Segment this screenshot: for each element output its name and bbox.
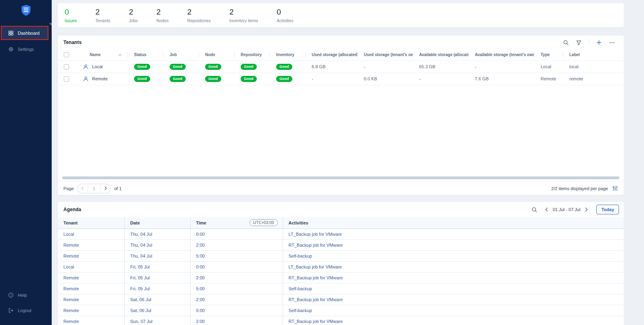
status-badge: Good xyxy=(170,76,186,82)
page-stepper: 1 xyxy=(77,184,111,193)
row-checkbox[interactable] xyxy=(64,64,69,69)
column-header-available-own[interactable]: Available storage (tenant's own) xyxy=(468,49,534,61)
tenants-panel: Tenants xyxy=(58,36,624,195)
agenda-activity-cell: Self-backup xyxy=(283,305,624,316)
sidebar-item-settings[interactable]: Settings xyxy=(0,43,52,56)
more-options-icon[interactable] xyxy=(609,40,615,46)
node-cell: Good xyxy=(199,61,234,73)
stat-repositories: 2 Repositories xyxy=(187,8,211,23)
column-header-job[interactable]: Job xyxy=(163,49,199,61)
per-page-settings-icon[interactable] xyxy=(612,185,618,191)
column-header-type[interactable]: Type xyxy=(534,49,563,61)
prev-page-button[interactable] xyxy=(78,184,88,193)
agenda-row[interactable]: Remote Thu, 04 Jul 5:00 Self-backup xyxy=(58,250,624,261)
tenant-name: Remote xyxy=(92,76,108,81)
column-header-node[interactable]: Node xyxy=(199,49,234,61)
select-all-checkbox[interactable] xyxy=(64,52,69,57)
next-page-button[interactable] xyxy=(101,184,111,193)
time-column-label: Time xyxy=(196,220,206,225)
agenda-row[interactable]: Remote Sun, 07 Jul 2:00 RT_Backup job fo… xyxy=(58,316,624,325)
next-week-button[interactable] xyxy=(584,207,589,212)
agenda-row[interactable]: Remote Fri, 05 Jul 5:00 Self-backup xyxy=(58,283,624,294)
agenda-row[interactable]: Remote Fri, 05 Jul 2:00 RT_Backup job fo… xyxy=(58,272,624,283)
agenda-time-cell: 5:00 xyxy=(190,250,283,261)
agenda-date-cell: Sat, 06 Jul xyxy=(124,294,190,305)
status-cell: Good xyxy=(128,61,163,73)
chevron-right-icon xyxy=(584,207,589,212)
agenda-column-date[interactable]: Date xyxy=(124,217,190,229)
column-header-used-allocated[interactable]: Used storage (allocated) xyxy=(305,49,357,61)
chevron-right-icon xyxy=(103,186,108,191)
tenant-name-cell: Local xyxy=(77,61,128,73)
column-header-status[interactable]: Status xyxy=(128,49,163,61)
current-page-field[interactable]: 1 xyxy=(88,184,101,193)
available-allocated-cell: - xyxy=(413,73,468,85)
tenant-row-remote[interactable]: Remote Good Good Good Good Good - 0.0 KB… xyxy=(58,73,624,85)
agenda-date-cell: Fri, 05 Jul xyxy=(124,272,190,283)
agenda-row[interactable]: Remote Sat, 06 Jul 5:00 Self-backup xyxy=(58,305,624,316)
agenda-time-cell: 0:00 xyxy=(190,261,283,272)
previous-week-button[interactable] xyxy=(544,207,549,212)
stat-value: 2 xyxy=(156,8,168,16)
label-cell: local xyxy=(563,61,624,73)
used-own-cell: - xyxy=(357,61,413,73)
agenda-tenant-cell: Remote xyxy=(58,272,124,283)
agenda-row[interactable]: Remote Thu, 04 Jul 2:00 RT_Backup job fo… xyxy=(58,239,624,250)
agenda-search-icon[interactable] xyxy=(531,207,537,213)
stat-value: 2 xyxy=(187,8,211,16)
row-select-cell xyxy=(58,73,77,85)
stat-label: Activities xyxy=(277,19,293,23)
filter-icon[interactable] xyxy=(576,40,582,46)
column-header-repository[interactable]: Repository xyxy=(234,49,270,61)
tenants-header-row: Name Status Job Node Repository Inventor… xyxy=(58,49,624,61)
column-header-label[interactable]: Label xyxy=(563,49,624,61)
gear-icon xyxy=(8,46,14,52)
sidebar-collapse-handle[interactable] xyxy=(49,23,52,26)
agenda-column-activities[interactable]: Activities xyxy=(283,217,624,229)
available-own-cell: 7.6 GB xyxy=(468,73,534,85)
agenda-date-range: 01 Jul - 07 Jul xyxy=(553,207,580,212)
stat-label: Nodes xyxy=(156,19,168,23)
tenant-person-icon xyxy=(83,76,89,82)
row-checkbox[interactable] xyxy=(64,76,69,82)
used-own-cell: 0.0 KB xyxy=(357,73,413,85)
stat-issues: 0 Issues xyxy=(65,8,77,23)
status-badge: Good xyxy=(276,64,292,70)
app-logo xyxy=(0,0,52,23)
stat-label: Issues xyxy=(65,19,77,23)
tenants-toolbar xyxy=(563,39,615,46)
agenda-column-time[interactable]: Time UTC+03:00 xyxy=(190,217,283,229)
logout-button[interactable]: Logout xyxy=(0,304,52,317)
agenda-activity-cell: RT_Backup job for VMware xyxy=(283,239,624,250)
help-button[interactable]: ? Help xyxy=(0,289,52,302)
agenda-column-tenant[interactable]: Tenant xyxy=(58,217,124,229)
repository-cell: Good xyxy=(234,61,270,73)
agenda-date-cell: Thu, 04 Jul xyxy=(124,229,190,239)
search-icon[interactable] xyxy=(563,40,569,46)
agenda-row[interactable]: Remote Sat, 06 Jul 2:00 RT_Backup job fo… xyxy=(58,294,624,305)
column-header-inventory[interactable]: Inventory xyxy=(270,49,305,61)
status-badge: Good xyxy=(241,76,257,82)
agenda-activity-cell: Self-backup xyxy=(283,283,624,294)
type-cell: Remote xyxy=(534,73,563,85)
shield-logo-icon xyxy=(21,4,31,16)
stat-label: Inventory items xyxy=(229,19,258,23)
select-all-cell xyxy=(58,49,77,61)
agenda-time-cell: 2:00 xyxy=(190,294,283,305)
agenda-tenant-cell: Remote xyxy=(58,250,124,261)
status-badge: Good xyxy=(205,76,221,82)
sidebar-item-dashboard[interactable]: Dashboard xyxy=(1,26,48,40)
add-tenant-icon[interactable] xyxy=(596,40,602,46)
tenants-panel-header: Tenants xyxy=(58,36,624,49)
agenda-activity-cell: LT_Backup job for VMware xyxy=(283,229,624,239)
agenda-row[interactable]: Local Thu, 04 Jul 0:00 LT_Backup job for… xyxy=(58,229,624,239)
column-header-name[interactable]: Name xyxy=(77,49,128,61)
tenant-row-local[interactable]: Local Good Good Good Good Good 6.8 GB - … xyxy=(58,61,624,73)
horizontal-scrollbar[interactable] xyxy=(62,176,619,179)
column-header-used-own[interactable]: Used storage (tenant's own) xyxy=(357,49,413,61)
agenda-row[interactable]: Local Fri, 05 Jul 0:00 LT_Backup job for… xyxy=(58,261,624,272)
tenants-title: Tenants xyxy=(63,40,82,45)
column-header-available-allocated[interactable]: Available storage (allocated) xyxy=(413,49,468,61)
sidebar-footer: ? Help Logout xyxy=(0,289,52,317)
today-button[interactable]: Today xyxy=(596,205,619,214)
